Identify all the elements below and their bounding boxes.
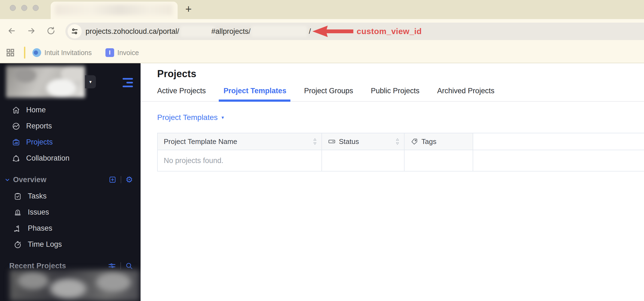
close-window-button[interactable]: [10, 5, 16, 11]
bookmark-label: Invoice: [117, 49, 139, 57]
recent-projects-label: Recent Projects: [9, 262, 66, 270]
overview-label: Overview: [13, 176, 46, 184]
filter-sliders-icon[interactable]: [108, 262, 116, 270]
chevron-down-icon: [4, 177, 10, 183]
annotation: custom_view_id: [312, 25, 422, 38]
column-label: Project Template Name: [164, 137, 237, 146]
url-prefix: projects.zohocloud.ca/portal/: [86, 27, 179, 36]
status-select-icon: [328, 138, 336, 145]
templates-table: Project Template Name: [157, 133, 644, 171]
sidebar-item-label: Issues: [28, 208, 49, 216]
section-divider: [121, 176, 121, 183]
zoom-window-button[interactable]: [33, 5, 39, 11]
apps-grid-icon[interactable]: [6, 48, 15, 57]
invoice-favicon: I: [105, 48, 114, 57]
sidebar-item-label: Collaboration: [26, 154, 69, 162]
caret-down-icon: ▾: [89, 79, 92, 85]
table-header-row: Project Template Name: [157, 133, 644, 150]
tab-public-projects[interactable]: Public Projects: [371, 87, 420, 101]
time-logs-icon: [14, 240, 22, 249]
table-cell: [404, 150, 473, 171]
url-text: projects.zohocloud.ca/portal/ #allprojec…: [86, 25, 422, 38]
collaboration-icon: [12, 154, 20, 162]
site-settings-icon[interactable]: [68, 24, 82, 38]
column-header-tags[interactable]: Tags: [404, 133, 473, 150]
tag-icon: [411, 138, 418, 145]
view-selector-dropdown[interactable]: Project Templates ▾: [157, 113, 224, 122]
reload-icon[interactable]: [46, 19, 56, 43]
sidebar-item-issues[interactable]: Issues: [0, 204, 141, 220]
column-label: Tags: [421, 137, 436, 146]
search-icon[interactable]: [125, 262, 133, 270]
intuit-favicon: [32, 48, 41, 57]
caret-down-icon: ▾: [221, 115, 224, 121]
sidebar-item-phases[interactable]: Phases: [0, 220, 141, 236]
add-view-icon[interactable]: [109, 176, 116, 183]
tab-project-groups[interactable]: Project Groups: [304, 87, 353, 101]
empty-message-cell: No projects found.: [157, 150, 322, 171]
main-content: Projects Active Projects Project Templat…: [141, 63, 644, 301]
back-icon[interactable]: [7, 19, 16, 43]
sidebar-item-projects[interactable]: Projects: [0, 134, 141, 150]
home-icon: [12, 106, 20, 114]
url-redacted-view-id: [251, 26, 307, 37]
section-divider: [120, 262, 121, 269]
sidebar-item-label: Reports: [26, 122, 52, 130]
projects-icon: [12, 138, 20, 146]
column-header-status[interactable]: Status: [322, 133, 404, 150]
browser-tab-bar: +: [0, 0, 644, 19]
browser-window: + projects.zohocloud.ca/portal/ #allproj…: [0, 0, 644, 301]
workspace-switcher-button[interactable]: ▾: [85, 75, 96, 88]
sidebar-item-time-logs[interactable]: Time Logs: [0, 236, 141, 252]
projects-tabs: Active Projects Project Templates Projec…: [141, 87, 644, 102]
bookmark-label: Intuit Invitations: [44, 49, 92, 57]
bookmarks-divider: [24, 47, 25, 59]
minimize-window-button[interactable]: [21, 5, 27, 11]
recent-project-redacted[interactable]: [10, 270, 139, 301]
table-empty-row: No projects found.: [157, 150, 644, 171]
phases-icon: [14, 224, 22, 233]
url-redacted-portal-id: [180, 26, 215, 37]
window-controls: [10, 5, 39, 11]
tab-project-templates[interactable]: Project Templates: [224, 87, 287, 101]
gear-icon[interactable]: ⚙: [126, 176, 133, 184]
workspace-logo-redacted: [6, 66, 85, 98]
bookmark-intuit-invitations[interactable]: Intuit Invitations: [32, 48, 92, 57]
sidebar-item-tasks[interactable]: Tasks: [0, 188, 141, 204]
forward-icon[interactable]: [27, 19, 36, 43]
column-header-template-name[interactable]: Project Template Name: [157, 133, 322, 150]
tab-active-projects[interactable]: Active Projects: [157, 87, 206, 101]
table-cell: [322, 150, 404, 171]
sidebar-item-label: Phases: [28, 224, 52, 233]
tasks-icon: [14, 192, 22, 200]
sidebar-nav: Home Reports Projects: [0, 102, 141, 166]
sidebar-item-collaboration[interactable]: Collaboration: [0, 150, 141, 166]
column-label: Status: [339, 137, 359, 146]
annotation-label: custom_view_id: [357, 27, 422, 36]
sidebar-item-label: Home: [26, 106, 46, 114]
url-trailing-slash: /: [309, 27, 311, 36]
table-cell: [473, 150, 644, 171]
sidebar-item-home[interactable]: Home: [0, 102, 141, 118]
sort-arrows-icon[interactable]: [395, 137, 400, 146]
sidebar-item-label: Time Logs: [28, 240, 62, 249]
bookmark-invoice[interactable]: I Invoice: [105, 48, 139, 57]
browser-tab[interactable]: [51, 2, 178, 19]
address-bar[interactable]: projects.zohocloud.ca/portal/ #allprojec…: [65, 23, 644, 40]
sidebar-item-reports[interactable]: Reports: [0, 118, 141, 134]
url-segment: #allprojects/: [211, 27, 251, 36]
browser-toolbar: projects.zohocloud.ca/portal/ #allprojec…: [0, 19, 644, 43]
sidebar-item-label: Projects: [26, 138, 53, 146]
tab-archived-projects[interactable]: Archived Projects: [437, 87, 494, 101]
issues-icon: [14, 208, 22, 216]
bookmarks-bar: Intuit Invitations I Invoice: [0, 43, 644, 63]
empty-message: No projects found.: [158, 156, 321, 165]
overview-section-header[interactable]: Overview ⚙: [0, 173, 141, 186]
reports-icon: [12, 122, 20, 130]
overview-items: Tasks Issues Phases: [0, 188, 141, 252]
collapse-sidebar-icon[interactable]: [123, 78, 133, 87]
sidebar-item-label: Tasks: [28, 192, 47, 200]
new-tab-button[interactable]: +: [182, 3, 195, 16]
sort-arrows-icon[interactable]: [313, 137, 317, 146]
red-arrow-left-icon: [312, 25, 353, 38]
